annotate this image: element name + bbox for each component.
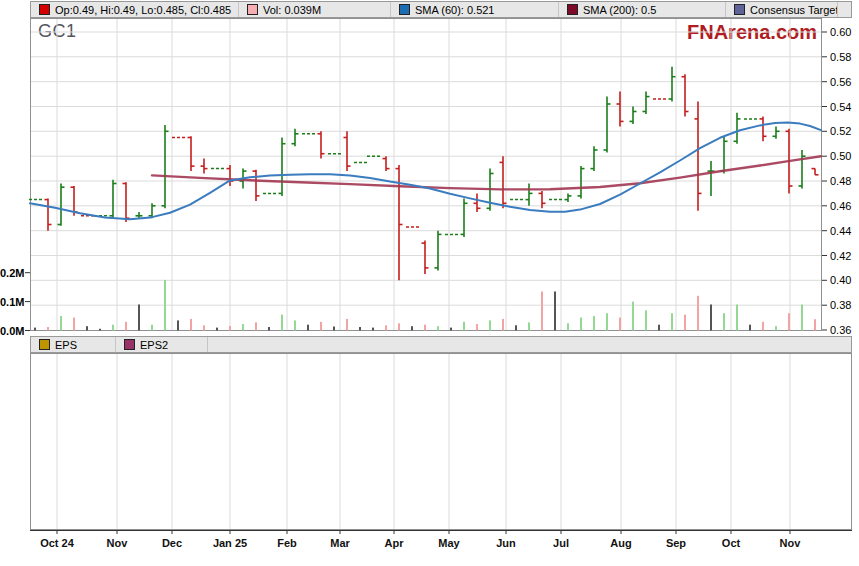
price-tick-label: 0.54 bbox=[830, 101, 858, 113]
volume-tick-label: 0.0M bbox=[0, 325, 24, 337]
volume-tick-label: 0.2M bbox=[0, 267, 24, 279]
time-tick-label: Oct 24 bbox=[30, 537, 84, 549]
time-tick-label: May bbox=[422, 537, 476, 549]
sma60-swatch-icon bbox=[399, 4, 410, 15]
main-legend-item-consensus: Consensus Target: 0 - 0 bbox=[726, 2, 838, 17]
eps-legend-item-label: EPS2 bbox=[140, 339, 168, 351]
sma200-swatch-icon bbox=[567, 4, 578, 15]
price-tick-label: 0.42 bbox=[830, 250, 858, 262]
price-tick-label: 0.50 bbox=[830, 150, 858, 162]
price-tick-label: 0.38 bbox=[830, 299, 858, 311]
main-legend-item-sma60: SMA (60): 0.521 bbox=[391, 2, 559, 17]
price-tick-label: 0.46 bbox=[830, 200, 858, 212]
eps-legend-item-eps2: EPS2 bbox=[116, 337, 208, 352]
price-tick-label: 0.56 bbox=[830, 76, 858, 88]
price-tick-label: 0.58 bbox=[830, 51, 858, 63]
price-tick-label: 0.40 bbox=[830, 274, 858, 286]
stock-chart-widget: Op:0.49, Hi:0.49, Lo:0.485, Cl:0.485Vol:… bbox=[0, 0, 859, 566]
eps-swatch-icon bbox=[39, 339, 50, 350]
price-tick-label: 0.48 bbox=[830, 175, 858, 187]
time-tick-label: Nov bbox=[90, 537, 144, 549]
price-tick-label: 0.44 bbox=[830, 225, 858, 237]
volume-tick-label: 0.1M bbox=[0, 296, 24, 308]
ohlc-swatch-icon bbox=[39, 4, 50, 15]
main-legend-item-label: SMA (200): 0.5 bbox=[583, 4, 656, 16]
time-tick-label: Aug bbox=[594, 537, 648, 549]
time-tick-label: Mar bbox=[313, 537, 367, 549]
main-legend-item-volume: Vol: 0.039M bbox=[239, 2, 391, 17]
main-chart-legend: Op:0.49, Hi:0.49, Lo:0.485, Cl:0.485Vol:… bbox=[30, 1, 852, 18]
main-legend-filler bbox=[838, 2, 851, 17]
consensus-swatch-icon bbox=[734, 4, 745, 15]
eps-legend-filler bbox=[208, 337, 851, 352]
time-tick-label: Apr bbox=[367, 537, 421, 549]
main-legend-item-label: Consensus Target: 0 - 0 bbox=[750, 4, 838, 16]
ticker-symbol: GC1 bbox=[38, 21, 77, 42]
time-tick-label: Jan 25 bbox=[203, 537, 257, 549]
time-tick-label: Dec bbox=[145, 537, 199, 549]
eps2-swatch-icon bbox=[124, 339, 135, 350]
price-volume-chart-canvas bbox=[0, 0, 859, 566]
main-legend-item-label: Vol: 0.039M bbox=[263, 4, 321, 16]
main-legend-item-ohlc: Op:0.49, Hi:0.49, Lo:0.485, Cl:0.485 bbox=[31, 2, 239, 17]
main-legend-item-sma200: SMA (200): 0.5 bbox=[559, 2, 726, 17]
time-tick-label: Feb bbox=[260, 537, 314, 549]
price-tick-label: 0.60 bbox=[830, 26, 858, 38]
volume-swatch-icon bbox=[247, 4, 258, 15]
price-tick-label: 0.52 bbox=[830, 125, 858, 137]
eps-legend-item-eps: EPS bbox=[31, 337, 116, 352]
time-tick-label: Nov bbox=[763, 537, 817, 549]
time-tick-label: Oct bbox=[704, 537, 758, 549]
time-tick-label: Jun bbox=[479, 537, 533, 549]
main-legend-item-label: SMA (60): 0.521 bbox=[415, 4, 495, 16]
eps-legend-item-label: EPS bbox=[55, 339, 77, 351]
eps-legend: EPSEPS2 bbox=[30, 336, 852, 353]
brand-watermark: FNArena.com bbox=[687, 21, 817, 44]
price-tick-label: 0.36 bbox=[830, 324, 858, 336]
main-legend-item-label: Op:0.49, Hi:0.49, Lo:0.485, Cl:0.485 bbox=[55, 4, 231, 16]
time-tick-label: Sep bbox=[649, 537, 703, 549]
time-tick-label: Jul bbox=[534, 537, 588, 549]
